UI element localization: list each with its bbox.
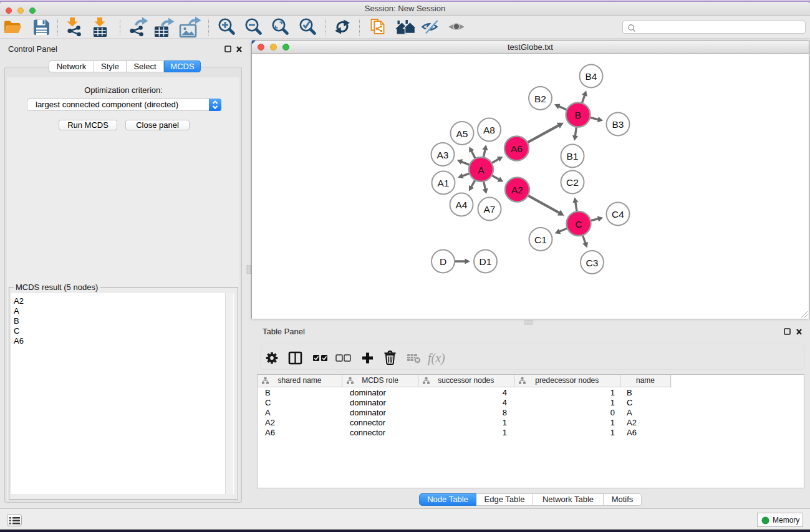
svg-text:B2: B2 (534, 94, 546, 104)
svg-text:B: B (575, 110, 581, 120)
svg-text:f(x): f(x) (428, 351, 445, 365)
svg-text:B4: B4 (586, 71, 597, 82)
svg-text:A: A (478, 165, 485, 175)
svg-text:A1: A1 (438, 178, 450, 188)
svg-text:C3: C3 (586, 258, 599, 268)
svg-text:B3: B3 (612, 119, 624, 130)
svg-text:A5: A5 (456, 128, 468, 139)
svg-text:C1: C1 (534, 235, 547, 245)
svg-text:C4: C4 (612, 209, 624, 220)
svg-text:A2: A2 (511, 185, 523, 195)
svg-text:D1: D1 (480, 256, 492, 267)
svg-text:A7: A7 (484, 204, 496, 215)
svg-text:A6: A6 (511, 143, 523, 154)
svg-text:B1: B1 (567, 151, 579, 162)
svg-text:C2: C2 (566, 177, 579, 188)
svg-text:A4: A4 (456, 200, 468, 210)
svg-text:C: C (575, 219, 582, 230)
svg-text:A8: A8 (483, 125, 495, 135)
svg-text:D: D (440, 256, 446, 267)
svg-text:A3: A3 (437, 150, 449, 160)
